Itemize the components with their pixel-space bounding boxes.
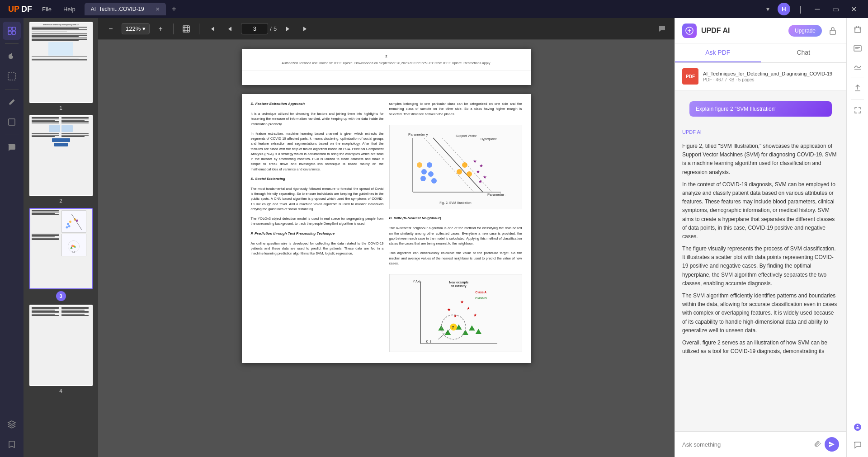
- svg-rect-65: [830, 30, 835, 34]
- svg-marker-57: [469, 325, 475, 331]
- app-logo: UPDF: [4, 5, 37, 14]
- svg-point-28: [427, 162, 432, 168]
- chat-bubble-icon[interactable]: [849, 437, 866, 453]
- main-layout: AI Techniques for Detecting and Diagnosi…: [0, 18, 868, 457]
- minimize-btn[interactable]: ─: [810, 3, 825, 15]
- nav-first-btn[interactable]: [205, 22, 219, 36]
- svg-text:Hyperplane: Hyperplane: [481, 137, 497, 141]
- convert-icon[interactable]: [849, 22, 866, 38]
- ai-panel-header: UPDF AI Upgrade: [675, 18, 846, 43]
- page-total: 5: [274, 25, 277, 32]
- tab-area: AI_Techni...COVID-19 × +: [85, 3, 761, 15]
- divider-2: [5, 89, 19, 90]
- select-icon[interactable]: [3, 67, 21, 85]
- svg-text:Class B: Class B: [475, 297, 486, 300]
- page-number-input[interactable]: 3: [241, 23, 268, 34]
- svg-point-27: [421, 169, 427, 174]
- svg-text:Y-Axis: Y-Axis: [413, 280, 422, 283]
- ai-file-info: PDF AI_Techniques_for_Detecting_and_Diag…: [675, 63, 846, 90]
- section-b-para2: This algorithm can continuously calculat…: [389, 250, 522, 266]
- svg-rect-2: [8, 31, 11, 34]
- svg-point-33: [457, 169, 462, 174]
- section-e-para1: The most fundamental and rigorously foll…: [251, 186, 384, 212]
- divider-line: |: [794, 3, 807, 15]
- ai-messages: UPDF AI Figure 2, titled "SVM Illustrati…: [675, 124, 846, 431]
- active-tab[interactable]: AI_Techni...COVID-19 ×: [85, 3, 166, 15]
- svg-line-22: [433, 138, 483, 192]
- maximize-btn[interactable]: ▭: [828, 3, 843, 15]
- svg-text:Parameter y: Parameter y: [408, 132, 428, 137]
- fit-page-btn[interactable]: [179, 22, 193, 36]
- user-avatar[interactable]: H: [778, 3, 790, 15]
- page3-left-col: D. Feature Extraction Approach It is a t…: [251, 101, 384, 356]
- ai-message-content: Figure 2, titled "SVM Illustration," sho…: [682, 142, 839, 356]
- toolbar-divider-1: [173, 24, 174, 34]
- close-btn[interactable]: ✕: [846, 3, 861, 15]
- share-icon[interactable]: [849, 80, 866, 96]
- lock-icon[interactable]: [826, 24, 839, 37]
- figure-svm: Parameter y Parameter x: [389, 125, 522, 210]
- thumbnail-page-4[interactable]: 4: [27, 305, 94, 394]
- svg-point-9: [69, 221, 71, 223]
- sign-icon[interactable]: [849, 58, 866, 74]
- svg-text:★: ★: [453, 314, 457, 318]
- zoom-in-btn[interactable]: +: [153, 22, 168, 36]
- ai-file-name: AI_Techniques_for_Detecting_and_Diagnosi…: [703, 71, 839, 76]
- help-menu[interactable]: Help: [58, 4, 81, 14]
- titlebar-controls: ▾ H | ─ ▭ ✕: [761, 3, 864, 15]
- svg-text:★: ★: [483, 174, 487, 179]
- thumbnail-page-3[interactable]: K=3 3: [27, 208, 94, 301]
- svg-point-35: [467, 171, 472, 177]
- ai-search-input[interactable]: [682, 441, 810, 448]
- nav-last-btn[interactable]: [298, 22, 313, 36]
- thumbnail-page-1[interactable]: AI Techniques for Detecting and Diagnosi…: [27, 22, 94, 111]
- svg-rect-0: [8, 27, 11, 30]
- svg-rect-5: [9, 119, 15, 125]
- svm-diagram-svg: Parameter y Parameter x: [406, 129, 505, 199]
- zoom-display[interactable]: 122% ▾: [122, 23, 150, 34]
- shapes-icon[interactable]: [3, 113, 21, 131]
- ocr-icon[interactable]: [849, 40, 866, 56]
- pages-icon[interactable]: [3, 22, 21, 40]
- active-page-badge: 3: [56, 291, 66, 301]
- section-e-para2: The YOLOv3 object detection model is use…: [251, 216, 384, 226]
- new-tab-btn[interactable]: +: [168, 3, 180, 15]
- ai-sender-label: UPDF AI: [682, 129, 839, 135]
- fig2-caption: Fig. 2. SVM Illustration: [439, 201, 471, 206]
- dropdown-btn[interactable]: ▾: [761, 3, 774, 15]
- pdf-content[interactable]: 2 Authorized licensed use limited to: IE…: [98, 40, 675, 457]
- svg-line-12: [71, 214, 82, 230]
- thumb-img-4: [29, 305, 93, 386]
- bookmark-icon[interactable]: [3, 435, 21, 453]
- layers-icon[interactable]: [3, 415, 21, 433]
- compress-icon[interactable]: [849, 102, 866, 118]
- section-b-para1: The K-Nearest neighbour algorithm is one…: [389, 226, 522, 246]
- left-sidebar: [0, 18, 24, 457]
- suggest-button[interactable]: Explain figure 2 "SVM Illustration": [689, 101, 832, 117]
- tab-ask-pdf[interactable]: Ask PDF: [675, 43, 761, 62]
- nav-prev-btn[interactable]: [223, 22, 237, 36]
- ai-title: UPDF AI: [701, 27, 730, 35]
- ai-chat-toggle-icon[interactable]: [849, 419, 866, 435]
- tab-title: AI_Techni...COVID-19: [91, 6, 144, 12]
- ai-send-button[interactable]: [825, 437, 839, 452]
- file-menu[interactable]: File: [37, 4, 57, 14]
- tab-close-btn[interactable]: ×: [156, 5, 160, 13]
- suggest-area: Explain figure 2 "SVM Illustration": [675, 96, 846, 122]
- svg-text:?: ?: [452, 325, 454, 330]
- tab-chat[interactable]: Chat: [761, 43, 847, 62]
- zoom-out-btn[interactable]: −: [104, 22, 118, 36]
- comment-icon[interactable]: [3, 139, 21, 157]
- hand-tool-icon[interactable]: [3, 47, 21, 66]
- right-divider-2: [851, 99, 864, 99]
- upgrade-button[interactable]: Upgrade: [788, 25, 822, 37]
- divider-3: [5, 135, 19, 135]
- svg-point-7: [68, 225, 71, 227]
- nav-next-btn[interactable]: [280, 22, 295, 36]
- ai-attachment-icon[interactable]: [814, 439, 822, 449]
- svg-rect-1: [12, 27, 15, 30]
- pdf-page-3: D. Feature Extraction Approach It is a t…: [242, 94, 531, 363]
- comment-tool-btn[interactable]: [655, 22, 669, 36]
- thumbnail-page-2[interactable]: 2: [27, 115, 94, 204]
- annotation-icon[interactable]: [3, 93, 21, 111]
